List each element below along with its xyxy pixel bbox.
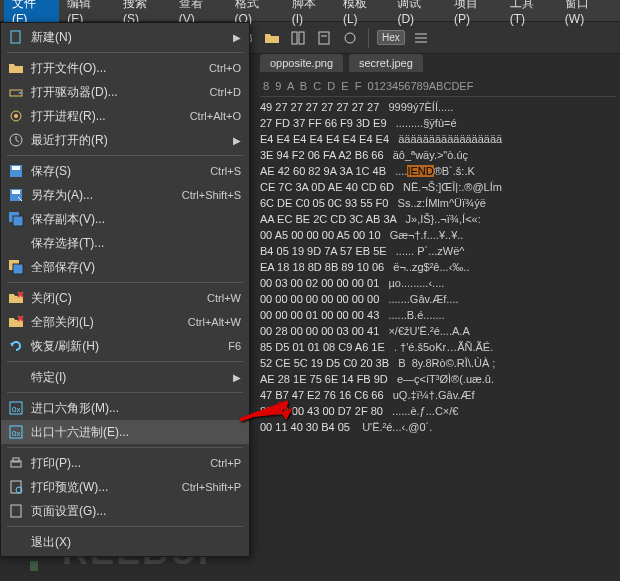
hex-row[interactable]: 47 B7 47 E2 76 16 C6 66 uQ.‡ï¼†.Gâv.Æf — [260, 387, 616, 403]
closeall-icon — [5, 313, 27, 331]
hex-row[interactable]: CE 7C 3A 0D AE 40 CD 6D NË.¬Š:]ŒÎ|:.®@LÍ… — [260, 179, 616, 195]
menu-item-9[interactable]: 保存副本(V)... — [1, 207, 249, 231]
svg-point-14 — [345, 33, 355, 43]
tab-bar: opposite.png secret.jpeg — [260, 54, 423, 72]
hex-column-header: 8 9 A B C D E F 0123456789ABCDEF — [260, 78, 616, 97]
saveas-icon — [5, 186, 27, 204]
hex-row[interactable]: 52 CE 5C 19 D5 C0 20 3B B 8y.8Rò©.RÎ\.ÙÀ… — [260, 355, 616, 371]
menubar[interactable]: 文件(F)编辑(E)搜索(S)查看(V)格式(O)脚本(I)模板(L)调试(D)… — [0, 0, 620, 22]
menu-label: 打开进程(R)... — [27, 108, 190, 125]
tab-secret[interactable]: secret.jpeg — [349, 54, 423, 72]
svg-rect-10 — [292, 32, 297, 44]
menu-label: 打开驱动器(D)... — [27, 84, 210, 101]
svg-rect-31 — [13, 264, 23, 274]
menu-item-26[interactable]: 退出(X) — [1, 530, 249, 554]
menu-label: 新建(N) — [27, 29, 229, 46]
menu-7[interactable]: 调试(D) — [389, 0, 445, 28]
submenu-arrow-icon: ▶ — [233, 135, 241, 146]
menu-item-2[interactable]: 打开文件(O)...Ctrl+O — [1, 56, 249, 80]
hex-row[interactable]: 00 28 00 00 00 03 00 41 ×/€žU'Ë.²é....A.… — [260, 323, 616, 339]
svg-rect-11 — [299, 32, 304, 44]
menu-label: 打印预览(W)... — [27, 479, 182, 496]
menu-label: 出口十六进制(E)... — [27, 424, 241, 441]
svg-text:0x: 0x — [12, 429, 20, 438]
hex-row[interactable]: E4 E4 E4 E4 E4 E4 E4 E4 ääääääääääääääää… — [260, 131, 616, 147]
recent-icon — [5, 131, 27, 149]
menu-9[interactable]: 工具(T) — [502, 0, 557, 28]
menu-5[interactable]: 脚本(I) — [284, 0, 335, 28]
menu-item-8[interactable]: 另存为(A)...Ctrl+Shift+S — [1, 183, 249, 207]
menu-label: 页面设置(G)... — [27, 503, 241, 520]
hex-row[interactable]: 85 D5 01 01 08 C9 A6 1E . †'é.š5oKr…ÃÑ.Ã… — [260, 339, 616, 355]
svg-rect-27 — [12, 190, 20, 194]
folder-icon[interactable] — [262, 28, 282, 48]
hex-row[interactable]: EA 18 18 8D 8B 89 10 06 ë¬..zg$²ê...‹‰.. — [260, 259, 616, 275]
menu-label: 打印(P)... — [27, 455, 210, 472]
savecopy-icon — [5, 210, 27, 228]
menu-label: 进口六角形(M)... — [27, 400, 241, 417]
menu-item-22[interactable]: 打印(P)...Ctrl+P — [1, 451, 249, 475]
menu-shortcut: Ctrl+Shift+P — [182, 481, 241, 493]
menu-label: 打开文件(O)... — [27, 60, 209, 77]
imphex-icon: 0x — [5, 399, 27, 417]
menu-item-19[interactable]: 0x进口六角形(M)... — [1, 396, 249, 420]
saveall-icon — [5, 258, 27, 276]
menu-item-4[interactable]: 打开进程(R)...Ctrl+Alt+O — [1, 104, 249, 128]
menu-shortcut: Ctrl+Alt+W — [188, 316, 241, 328]
hex-body: 49 27 27 27 27 27 27 27 9999ý7ÈÍÍ.....27… — [260, 99, 616, 435]
refresh-icon — [5, 337, 27, 355]
hex-row[interactable]: 27 FD 37 FF 66 F9 3D E9 .........§ÿfù=é — [260, 115, 616, 131]
hex-row[interactable]: 00 A5 00 00 00 A5 00 10 Gæ¬†.f....¥..¥.. — [260, 227, 616, 243]
print-icon — [5, 454, 27, 472]
hex-row[interactable]: 49 27 27 27 27 27 27 27 9999ý7ÈÍÍ..... — [260, 99, 616, 115]
drive-icon — [5, 83, 27, 101]
menu-item-15[interactable]: 恢复/刷新(H)F6 — [1, 334, 249, 358]
hex-row[interactable]: AE 28 1E 75 6E 14 FB 9D e—ç<íT³ØÌ®(.uæ.û… — [260, 371, 616, 387]
menu-label: 另存为(A)... — [27, 187, 182, 204]
menu-shortcut: Ctrl+Shift+S — [182, 189, 241, 201]
menu-item-20[interactable]: 0x出口十六进制(E)... — [1, 420, 249, 444]
menu-item-5[interactable]: 最近打开的(R)▶ — [1, 128, 249, 152]
other-icon[interactable] — [340, 28, 360, 48]
hex-row[interactable]: 00 00 00 00 00 00 00 00 .......Gâv.Æf...… — [260, 291, 616, 307]
menu-item-0[interactable]: 新建(N)▶ — [1, 25, 249, 49]
menu-item-11[interactable]: 全部保存(V) — [1, 255, 249, 279]
menu-6[interactable]: 模板(L) — [335, 0, 390, 28]
hex-row[interactable]: B4 05 19 9D 7A 57 EB 5E ...... P´...zWë^ — [260, 243, 616, 259]
annotation-arrow — [238, 400, 298, 443]
hex-row[interactable]: 83 B8 00 43 00 D7 2F 80 ......è.ƒ...C×/€ — [260, 403, 616, 419]
tab-opposite[interactable]: opposite.png — [260, 54, 343, 72]
hex-row[interactable]: AA EC BE 2C CD 3C AB 3A J»,IŠ}..¬ï¾,Í<«: — [260, 211, 616, 227]
settings-icon[interactable] — [411, 28, 431, 48]
exphex-icon: 0x — [5, 423, 27, 441]
menu-item-17[interactable]: 特定(I)▶ — [1, 365, 249, 389]
menu-item-7[interactable]: 保存(S)Ctrl+S — [1, 159, 249, 183]
hex-row[interactable]: 3E 94 F2 06 FA A2 B6 66 äô_ªwäy.>"ò.úç — [260, 147, 616, 163]
new-icon — [5, 28, 27, 46]
menu-item-24[interactable]: 页面设置(G)... — [1, 499, 249, 523]
menu-item-23[interactable]: 打印预览(W)...Ctrl+Shift+P — [1, 475, 249, 499]
hex-row[interactable]: 6C DE C0 05 0C 93 55 F0 Ss..z:ÍMlm^Üï¾ýë — [260, 195, 616, 211]
menu-item-10[interactable]: 保存选择(T)... — [1, 231, 249, 255]
menu-item-13[interactable]: 关闭(C)Ctrl+W — [1, 286, 249, 310]
hex-row[interactable]: 00 11 40 30 B4 05 U'Ë.²é...‹.@0´. — [260, 419, 616, 435]
hex-row[interactable]: AE 42 60 82 9A 3A 1C 4B ....IEND®B`.š:.K — [260, 163, 616, 179]
menu-label: 最近打开的(R) — [27, 132, 229, 149]
blank-icon — [5, 234, 27, 252]
menu-10[interactable]: 窗口(W) — [557, 0, 616, 28]
menu-label: 恢复/刷新(H) — [27, 338, 228, 355]
hex-row[interactable]: 00 00 00 01 00 00 00 43 ......B.é....... — [260, 307, 616, 323]
menu-item-3[interactable]: 打开驱动器(D)...Ctrl+D — [1, 80, 249, 104]
hex-mode-button[interactable]: Hex — [377, 30, 405, 45]
hex-row[interactable]: 00 03 00 02 00 00 00 01 µo.........‹.... — [260, 275, 616, 291]
menu-item-14[interactable]: 全部关闭(L)Ctrl+Alt+W — [1, 310, 249, 334]
calc-icon[interactable] — [314, 28, 334, 48]
compare-icon[interactable] — [288, 28, 308, 48]
blank-icon — [5, 533, 27, 551]
svg-point-22 — [14, 114, 18, 118]
menu-8[interactable]: 项目(P) — [446, 0, 502, 28]
menu-label: 保存(S) — [27, 163, 210, 180]
menu-shortcut: F6 — [228, 340, 241, 352]
open-icon — [5, 59, 27, 77]
hex-editor[interactable]: 8 9 A B C D E F 0123456789ABCDEF 49 27 2… — [260, 78, 616, 577]
